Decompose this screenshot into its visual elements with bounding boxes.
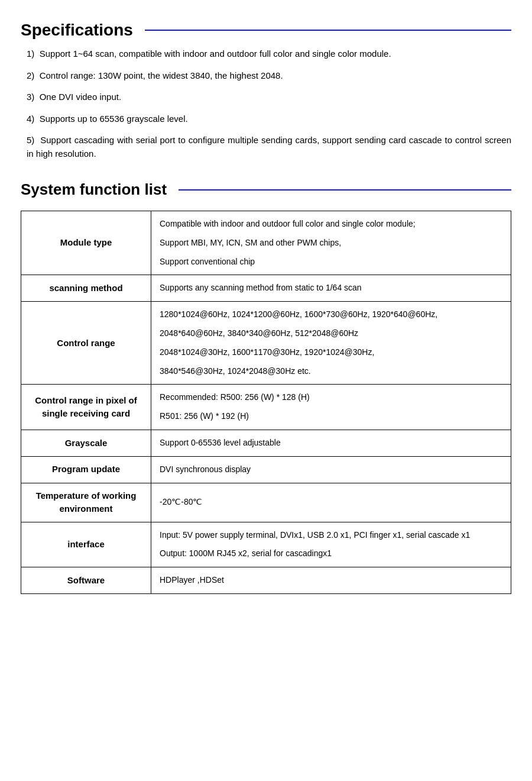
table-value-2: 1280*1024@60Hz, 1024*1200@60Hz, 1600*730… [151,302,511,385]
spec-text-3: One DVI video input. [40,92,121,102]
table-value-5: DVI synchronous display [151,456,511,483]
spec-item-5: 5) Support cascading with serial port to… [21,134,511,160]
spec-number-3: 3) [27,92,40,102]
spec-text-2: Control range: 130W point, the widest 38… [40,70,283,80]
spec-item-4: 4) Supports up to 65536 grayscale level. [21,112,511,126]
table-value-7: Input: 5V power supply terminal, DVIx1, … [151,522,511,567]
table-row: interfaceInput: 5V power supply terminal… [21,522,511,567]
spec-number-2: 2) [27,70,40,80]
table-label-3: Control range in pixel of single receivi… [21,385,151,430]
table-row: SoftwareHDPlayer ,HDSet [21,567,511,594]
spec-text-5: Support cascading with serial port to co… [27,135,511,159]
spec-text-1: Support 1~64 scan, compatible with indoo… [40,49,391,59]
table-label-5: Program update [21,456,151,483]
spec-number-5: 5) [27,135,40,145]
spec-number-4: 4) [27,114,40,124]
table-label-1: scanning method [21,275,151,302]
spec-item-3: 3) One DVI video input. [21,91,511,104]
table-value-0: Compatible with indoor and outdoor full … [151,211,511,275]
spec-number-1: 1) [27,49,40,59]
table-row: Control range1280*1024@60Hz, 1024*1200@6… [21,302,511,385]
table-label-8: Software [21,567,151,594]
table-label-4: Grayscale [21,430,151,456]
table-value-1: Supports any scanning method from static… [151,275,511,302]
table-row: GrayscaleSupport 0-65536 level adjustabl… [21,430,511,456]
function-table: Module typeCompatible with indoor and ou… [21,211,511,594]
section2-divider [179,189,511,191]
title-divider [145,30,511,31]
specifications-section: 1) Support 1~64 scan, compatible with in… [21,47,511,160]
table-label-7: interface [21,522,151,567]
table-value-6: -20℃-80℃ [151,483,511,522]
table-value-3: Recommended: R500: 256 (W) * 128 (H)R501… [151,385,511,430]
table-label-0: Module type [21,211,151,275]
spec-text-4: Supports up to 65536 grayscale level. [40,114,188,124]
table-value-8: HDPlayer ,HDSet [151,567,511,594]
table-row: Module typeCompatible with indoor and ou… [21,211,511,275]
table-value-4: Support 0-65536 level adjustable [151,430,511,456]
table-row: scanning methodSupports any scanning met… [21,275,511,302]
table-row: Control range in pixel of single receivi… [21,385,511,430]
section2-title: System function list [21,178,511,201]
spec-item-1: 1) Support 1~64 scan, compatible with in… [21,47,511,61]
table-label-6: Temperature of working environment [21,483,151,522]
spec-item-2: 2) Control range: 130W point, the widest… [21,69,511,83]
table-row: Program updateDVI synchronous display [21,456,511,483]
table-label-2: Control range [21,302,151,385]
table-row: Temperature of working environment-20℃-8… [21,483,511,522]
page-title: Specifications [21,18,511,43]
